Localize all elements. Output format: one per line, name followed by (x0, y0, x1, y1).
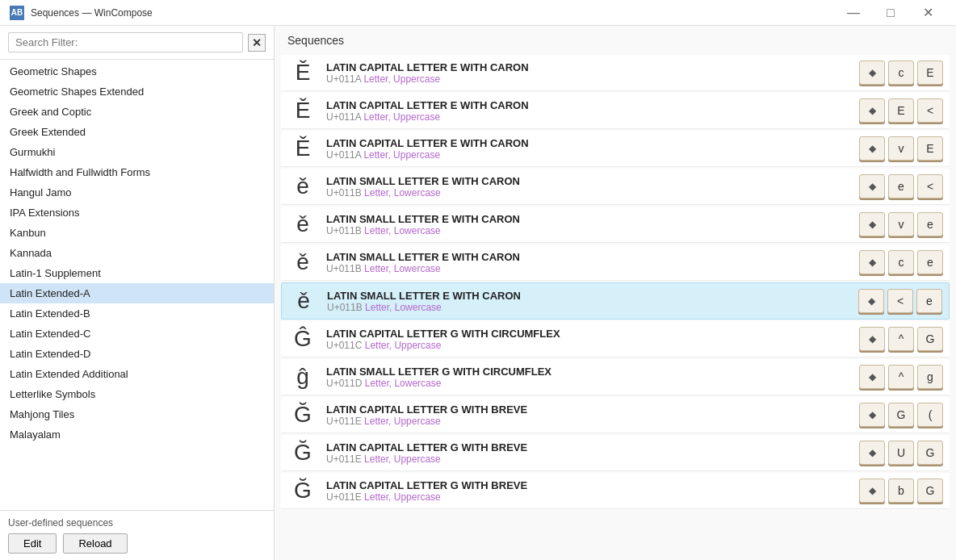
char-name: LATIN SMALL LETTER E WITH CARON (327, 290, 850, 302)
key-button[interactable]: ^ (888, 365, 914, 389)
category-item[interactable]: Letterlike Symbols (0, 384, 274, 404)
sequence-keys: ◆bG (859, 479, 943, 503)
sequence-keys: ◆vE (859, 136, 943, 161)
key-button[interactable]: ◆ (858, 289, 884, 313)
key-button[interactable]: v (888, 212, 914, 236)
key-button[interactable]: ◆ (859, 250, 885, 274)
category-item[interactable]: Latin Extended-A (0, 283, 274, 303)
key-button[interactable]: ( (917, 403, 943, 427)
char-info: LATIN SMALL LETTER E WITH CARONU+011B Le… (326, 175, 851, 199)
left-panel: ✕ Geometric ShapesGeometric Shapes Exten… (0, 26, 275, 560)
unicode-code: U+011B (326, 225, 362, 236)
key-button[interactable]: ◆ (859, 403, 885, 427)
sequences-header: Sequences (275, 26, 956, 52)
key-button[interactable]: ^ (888, 327, 914, 351)
key-button[interactable]: G (917, 479, 943, 503)
char-preview: ě (288, 288, 319, 314)
key-button[interactable]: ◆ (859, 174, 885, 199)
category-item[interactable]: Malayalam (0, 424, 274, 445)
key-button[interactable]: ◆ (859, 98, 885, 123)
key-button[interactable]: ◆ (859, 212, 885, 236)
char-preview: Ğ (287, 402, 318, 428)
key-button[interactable]: E (917, 136, 943, 161)
sequence-row[interactable]: ěLATIN SMALL LETTER E WITH CARONU+011B L… (281, 169, 950, 205)
key-button[interactable]: e (917, 250, 943, 274)
category-item[interactable]: Greek Extended (0, 122, 274, 142)
char-code: U+011B Letter, Lowercase (326, 225, 851, 236)
sequence-row[interactable]: ĞLATIN CAPITAL LETTER G WITH BREVEU+011E… (281, 473, 950, 509)
key-button[interactable]: < (917, 174, 943, 199)
category-item[interactable]: Hangul Jamo (0, 182, 274, 203)
category-item[interactable]: Latin-1 Supplement (0, 263, 274, 283)
sequence-row[interactable]: ĝLATIN SMALL LETTER G WITH CIRCUMFLEXU+0… (281, 359, 950, 395)
category-item[interactable]: Geometric Shapes (0, 61, 274, 81)
category-item[interactable]: Mahjong Tiles (0, 404, 274, 424)
key-button[interactable]: c (888, 61, 914, 85)
char-type: Letter, Lowercase (364, 225, 441, 236)
unicode-code: U+011A (326, 73, 361, 85)
minimize-button[interactable]: — (835, 0, 872, 26)
sequence-row[interactable]: ěLATIN SMALL LETTER E WITH CARONU+011B L… (281, 244, 950, 281)
char-info: LATIN CAPITAL LETTER E WITH CARONU+011A … (326, 137, 851, 161)
reload-button[interactable]: Reload (63, 533, 127, 554)
category-item[interactable]: IPA Extensions (0, 203, 274, 223)
category-item[interactable]: Gurmukhi (0, 142, 274, 162)
key-button[interactable]: v (888, 136, 914, 161)
key-button[interactable]: U (888, 441, 914, 465)
sequence-row[interactable]: ĚLATIN CAPITAL LETTER E WITH CARONU+011A… (281, 55, 950, 91)
key-button[interactable]: e (888, 174, 914, 199)
key-button[interactable]: ◆ (859, 479, 885, 503)
sequence-row[interactable]: ěLATIN SMALL LETTER E WITH CARONU+011B L… (281, 282, 950, 320)
sequence-keys: ◆<e (858, 289, 942, 313)
key-button[interactable]: E (888, 98, 914, 123)
sequence-row[interactable]: ěLATIN SMALL LETTER E WITH CARONU+011B L… (281, 207, 950, 243)
close-button[interactable]: ✕ (909, 0, 946, 26)
main-content: ✕ Geometric ShapesGeometric Shapes Exten… (0, 26, 956, 560)
maximize-button[interactable]: □ (872, 0, 909, 26)
char-type: Letter, Uppercase (363, 111, 440, 123)
char-name: LATIN CAPITAL LETTER G WITH BREVE (326, 441, 851, 453)
key-button[interactable]: c (888, 250, 914, 274)
char-info: LATIN SMALL LETTER E WITH CARONU+011B Le… (327, 290, 850, 313)
key-button[interactable]: ◆ (859, 327, 885, 351)
key-button[interactable]: E (917, 61, 943, 85)
sequence-row[interactable]: ĞLATIN CAPITAL LETTER G WITH BREVEU+011E… (281, 397, 950, 433)
user-defined-label: User-defined sequences (8, 517, 266, 529)
search-clear-button[interactable]: ✕ (248, 34, 266, 52)
key-button[interactable]: < (917, 98, 943, 123)
category-item[interactable]: Latin Extended-D (0, 344, 274, 364)
key-button[interactable]: e (917, 212, 943, 236)
category-item[interactable]: Kanbun (0, 223, 274, 243)
key-button[interactable]: b (888, 479, 914, 503)
category-item[interactable]: Latin Extended-C (0, 324, 274, 344)
sequence-keys: ◆E< (859, 98, 943, 123)
search-input[interactable] (8, 32, 243, 52)
category-item[interactable]: Greek and Coptic (0, 102, 274, 122)
category-item[interactable]: Kannada (0, 243, 274, 263)
key-button[interactable]: G (888, 403, 914, 427)
char-info: LATIN SMALL LETTER E WITH CARONU+011B Le… (326, 251, 851, 274)
category-item[interactable]: Halfwidth and Fullwidth Forms (0, 162, 274, 182)
sequence-row[interactable]: ĜLATIN CAPITAL LETTER G WITH CIRCUMFLEXU… (281, 321, 950, 357)
category-item[interactable]: Latin Extended-B (0, 303, 274, 324)
sequence-row[interactable]: ĚLATIN CAPITAL LETTER E WITH CARONU+011A… (281, 131, 950, 167)
key-button[interactable]: G (917, 441, 943, 465)
key-button[interactable]: < (887, 289, 913, 313)
category-item[interactable]: Geometric Shapes Extended (0, 81, 274, 102)
key-button[interactable]: G (917, 327, 943, 351)
category-list: Geometric ShapesGeometric Shapes Extende… (0, 60, 274, 510)
char-code: U+011A Letter, Uppercase (326, 111, 851, 123)
sequence-row[interactable]: ĚLATIN CAPITAL LETTER E WITH CARONU+011A… (281, 93, 950, 129)
key-button[interactable]: ◆ (859, 136, 885, 161)
key-button[interactable]: ◆ (859, 365, 885, 389)
key-button[interactable]: e (916, 289, 942, 313)
category-item[interactable]: Latin Extended Additional (0, 364, 274, 384)
char-preview: Ğ (287, 478, 318, 504)
edit-button[interactable]: Edit (8, 533, 57, 554)
key-button[interactable]: ◆ (859, 441, 885, 465)
sequence-row[interactable]: ĞLATIN CAPITAL LETTER G WITH BREVEU+011E… (281, 435, 950, 471)
key-button[interactable]: g (917, 365, 943, 389)
char-code: U+011E Letter, Uppercase (326, 453, 851, 465)
sequence-keys: ◆ce (859, 250, 943, 274)
key-button[interactable]: ◆ (859, 61, 885, 85)
